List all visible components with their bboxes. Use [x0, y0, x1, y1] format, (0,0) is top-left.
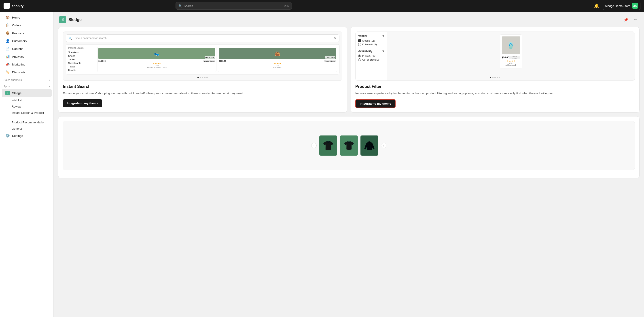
search-bar[interactable]: 🔍 Search ⌘ K: [176, 2, 292, 10]
sidebar-label-orders: Orders: [12, 24, 21, 27]
sidebar-label-marketing: Marketing: [12, 63, 25, 66]
rec-product-2: 👕: [340, 136, 358, 156]
search-bar-preview: 🔍 Type a command or search... ✕: [66, 34, 340, 42]
product-img-2: 👜 Quick View: [219, 48, 336, 59]
sales-channels-section: Sales channels ›: [0, 76, 54, 82]
settings-icon: ⚙️: [5, 134, 10, 138]
popular-item: T-shirt: [68, 65, 95, 68]
instant-search-preview: 🔍 Type a command or search... ✕ Popular …: [63, 32, 342, 81]
popular-label: Popular Search:: [68, 47, 95, 49]
dot: [492, 77, 494, 78]
sidebar-item-product-recommendation[interactable]: Product Recommendation: [2, 120, 52, 126]
instant-search-integrate-button[interactable]: Integrate to my theme: [63, 99, 102, 107]
product-filter-preview: Vendor ∨ ✓ Sledge (13) Kubinashi (4): [355, 32, 635, 81]
rec-product-3: 🧥: [360, 136, 378, 156]
product-filter-description: Improve user experience by implementing …: [355, 91, 635, 96]
product-recommendation-card: ‹ 👕 👕 🧥: [58, 116, 640, 178]
carousel-dots-2: [490, 77, 500, 78]
sidebar-label-general: General: [12, 127, 22, 130]
sledge-app-icon: S: [59, 16, 66, 23]
product-filter-title: Product Filter: [355, 84, 635, 89]
sidebar-label-sledge: Sledge: [12, 92, 22, 95]
products-icon: 📦: [5, 31, 10, 35]
top-navigation: 🛍 shopify 🔍 Search ⌘ K 🔔 Sledge Demo Sto…: [0, 0, 644, 12]
shopify-icon: 🛍: [4, 3, 10, 9]
wishlist-heart-icon: ♡: [518, 36, 520, 39]
topnav-right: 🔔 Sledge Demo Store SDS: [593, 2, 640, 10]
discounts-icon: 🏷️: [5, 70, 10, 74]
sidebar-label-customers: Customers: [12, 39, 26, 43]
vendor-chevron: ∨: [382, 34, 384, 38]
store-selector[interactable]: Sledge Demo Store SDS: [603, 2, 640, 10]
dot: [497, 77, 498, 78]
sidebar-label-instant-search: Instant Search & Product F...: [12, 111, 44, 118]
sidebar-item-discounts[interactable]: 🏷️ Discounts: [2, 68, 52, 76]
sidebar-label-wishlist: Wishlist: [12, 98, 22, 102]
sidebar-label-products: Products: [12, 32, 24, 35]
radio-outofstock: [358, 58, 361, 61]
sidebar-item-instant-search[interactable]: Instant Search & Product F...: [2, 110, 52, 119]
product-panel: ♡ 🩴 $24.00 Vendor: Sledge ★★★★★ (73) Sli…: [387, 32, 634, 80]
availability-section-title: Availability ∨: [358, 50, 384, 53]
rec-product-img-3: 🧥: [360, 136, 378, 156]
next-arrow[interactable]: ›: [381, 143, 386, 148]
rec-product-1: 👕: [319, 136, 337, 156]
sidebar-item-settings[interactable]: ⚙️ Settings: [2, 132, 52, 140]
dot: [200, 77, 201, 78]
rec-product-img-2: 👕: [340, 136, 358, 156]
customers-icon: 👤: [5, 39, 10, 43]
shopify-wordmark: shopify: [12, 4, 24, 8]
popular-item: Sneakers: [68, 50, 95, 54]
vendor-section-title: Vendor ∨: [358, 34, 384, 38]
sidebar-item-general[interactable]: General: [2, 126, 52, 132]
sidebar-item-content[interactable]: 📄 Content: [2, 45, 52, 52]
dot: [494, 77, 496, 78]
feature-cards-grid: 🔍 Type a command or search... ✕ Popular …: [58, 27, 640, 113]
sidebar-item-wishlist[interactable]: Wishlist: [2, 97, 52, 103]
product-filter-integrate-button[interactable]: Integrate to my theme: [355, 99, 396, 108]
sidebar-item-sledge[interactable]: S Sledge: [2, 89, 52, 97]
bottom-section: ‹ 👕 👕 🧥: [58, 116, 640, 178]
product-recommendation-preview: ‹ 👕 👕 🧥: [63, 121, 635, 170]
availability-chevron: ∨: [382, 50, 384, 53]
availability-instock: In Stock (12): [358, 54, 384, 57]
sidebar-item-customers[interactable]: 👤 Customers: [2, 37, 52, 45]
sidebar-item-review[interactable]: Review: [2, 104, 52, 110]
sidebar-item-products[interactable]: 📦 Products: [2, 29, 52, 37]
app-title: Sledge: [68, 18, 82, 22]
product-results: 👟 Quick View $140.00 Vendor: Sledge ★★★★…: [97, 47, 337, 72]
shopify-logo: 🛍 shopify: [4, 3, 24, 9]
product-thumb-2: 👜 Quick View $200.00 Vendor: Sledge ★★★★…: [218, 47, 337, 72]
dot: [206, 77, 208, 78]
pin-button[interactable]: 📌: [622, 17, 630, 23]
popular-item: Shoes: [68, 54, 95, 58]
close-icon-preview: ✕: [334, 36, 336, 40]
sledge-icon: S: [5, 91, 10, 95]
search-placeholder: Search: [184, 4, 193, 8]
orders-icon: 📋: [5, 23, 10, 27]
rec-product-img-1: 👕: [319, 136, 337, 156]
sidebar-label-review: Review: [12, 105, 21, 108]
radio-instock: [358, 54, 361, 57]
carousel-dots-1: [198, 77, 208, 78]
analytics-icon: 📊: [5, 54, 10, 58]
sidebar-item-marketing[interactable]: 📣 Marketing: [2, 60, 52, 68]
sidebar-item-orders[interactable]: 📋 Orders: [2, 22, 52, 29]
dot: [198, 77, 199, 78]
main-content: S Sledge 📌 ··· 🔍 Type a command or searc…: [54, 12, 644, 317]
instant-search-description: Enhance your customers' shopping journey…: [63, 91, 342, 96]
sidebar-label-product-recommendation: Product Recommendation: [12, 121, 45, 124]
prev-arrow[interactable]: ‹: [311, 143, 317, 148]
notifications-button[interactable]: 🔔: [593, 2, 600, 9]
availability-outofstock: Out of Stock (2): [358, 58, 384, 61]
product-filter-card: Vendor ∨ ✓ Sledge (13) Kubinashi (4): [350, 27, 640, 113]
sidebar-item-home[interactable]: 🏠 Home: [2, 14, 52, 21]
vendor-option-sledge: ✓ Sledge (13): [358, 39, 384, 42]
search-icon: 🔍: [178, 4, 182, 8]
more-options-button[interactable]: ···: [632, 17, 639, 23]
search-results-preview: Popular Search: Sneakers Shoes Jacket Sw…: [66, 44, 340, 74]
product-card-mini-img: 🩴: [502, 36, 520, 54]
instant-search-title: Instant Search: [63, 84, 342, 89]
sidebar-label-home: Home: [12, 16, 20, 19]
sidebar-item-analytics[interactable]: 📊 Analytics: [2, 53, 52, 60]
